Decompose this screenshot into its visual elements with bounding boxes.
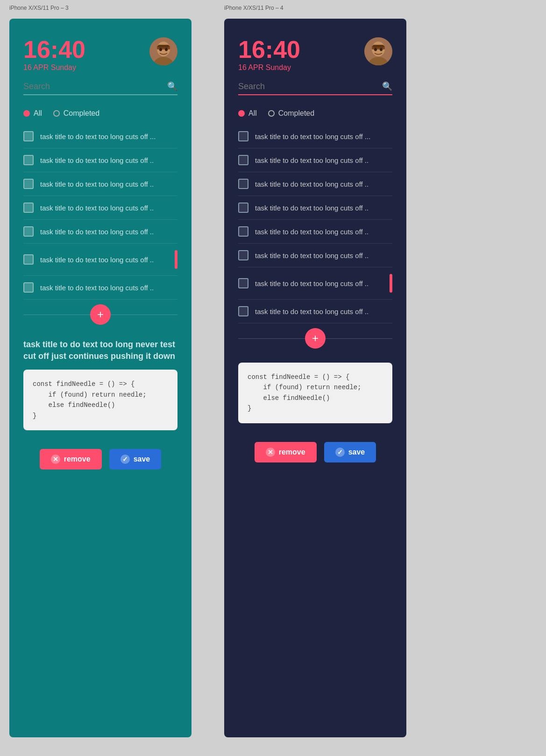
remove-button-right[interactable]: ✕ remove bbox=[255, 442, 317, 462]
device-label-right: iPhone X/XS/11 Pro – 4 bbox=[224, 5, 284, 11]
dot-completed-left bbox=[53, 110, 60, 117]
search-container-right: 🔍 bbox=[224, 81, 406, 105]
filter-tabs-right: All Completed bbox=[224, 105, 406, 125]
task-item-right-6[interactable]: task title to do text too long cuts off … bbox=[238, 267, 392, 300]
task-checkbox-right-5[interactable] bbox=[238, 250, 248, 260]
task-checkbox-left-5[interactable] bbox=[23, 254, 34, 265]
tab-all-right[interactable]: All bbox=[238, 109, 257, 118]
task-text-left-2: task title to do text too long cuts off … bbox=[40, 180, 177, 188]
remove-button-left[interactable]: ✕ remove bbox=[40, 449, 102, 469]
detail-title-left: task title to do text too long never tes… bbox=[23, 339, 177, 362]
task-item-left-4[interactable]: task title to do text too long cuts off … bbox=[23, 220, 177, 244]
task-checkbox-right-6[interactable] bbox=[238, 278, 248, 288]
task-item-right-5[interactable]: task title to do text too long cuts off … bbox=[238, 244, 392, 267]
time-right: 16:40 bbox=[238, 37, 300, 62]
task-item-left-2[interactable]: task title to do text too long cuts off … bbox=[23, 172, 177, 196]
task-item-right-2[interactable]: task title to do text too long cuts off … bbox=[238, 172, 392, 196]
save-button-right[interactable]: ✓ save bbox=[324, 442, 376, 462]
task-checkbox-right-1[interactable] bbox=[238, 155, 248, 165]
time-block-right: 16:40 16 APR Sunday bbox=[238, 37, 300, 72]
task-checkbox-left-0[interactable] bbox=[23, 131, 34, 141]
task-checkbox-right-2[interactable] bbox=[238, 179, 248, 189]
task-checkbox-right-0[interactable] bbox=[238, 131, 248, 141]
tab-all-left[interactable]: All bbox=[23, 109, 42, 118]
task-checkbox-right-4[interactable] bbox=[238, 226, 248, 237]
task-accent-bar-left bbox=[175, 250, 177, 269]
tab-completed-right[interactable]: Completed bbox=[268, 109, 314, 118]
detail-section-left: task title to do text too long never tes… bbox=[9, 329, 191, 449]
save-label-right: save bbox=[348, 448, 365, 456]
task-checkbox-left-4[interactable] bbox=[23, 226, 34, 237]
code-text-left: const findNeedle = () => { if (found) re… bbox=[33, 379, 168, 421]
task-text-right-6: task title to do text too long cuts off … bbox=[255, 280, 383, 287]
task-item-left-0[interactable]: task title to do text too long cuts off … bbox=[23, 125, 177, 148]
tab-completed-left[interactable]: Completed bbox=[53, 109, 99, 118]
screen-right: 16:40 16 APR Sunday 🔍 All bbox=[224, 19, 406, 737]
task-text-right-3: task title to do text too long cuts off … bbox=[255, 204, 392, 212]
save-button-left[interactable]: ✓ save bbox=[109, 449, 162, 469]
dot-completed-right bbox=[268, 110, 275, 117]
remove-label-left: remove bbox=[64, 455, 91, 463]
task-text-right-7: task title to do text too long cuts off … bbox=[255, 308, 392, 315]
task-item-left-3[interactable]: task title to do text too long cuts off … bbox=[23, 196, 177, 220]
task-checkbox-left-6[interactable] bbox=[23, 282, 34, 293]
task-item-right-4[interactable]: task title to do text too long cuts off … bbox=[238, 220, 392, 244]
task-text-left-1: task title to do text too long cuts off … bbox=[40, 156, 177, 164]
svg-point-12 bbox=[380, 48, 383, 51]
remove-label-right: remove bbox=[279, 448, 305, 456]
task-checkbox-right-7[interactable] bbox=[238, 306, 248, 316]
task-item-right-0[interactable]: task title to do text too long cuts off … bbox=[238, 125, 392, 148]
task-item-right-1[interactable]: task title to do text too long cuts off … bbox=[238, 148, 392, 172]
search-input-left[interactable] bbox=[23, 82, 167, 91]
tab-completed-label-left: Completed bbox=[64, 109, 99, 118]
tab-all-label-right: All bbox=[248, 109, 257, 118]
avatar-left bbox=[149, 37, 177, 65]
search-input-right[interactable] bbox=[238, 82, 382, 91]
task-text-left-6: task title to do text too long cuts off … bbox=[40, 284, 177, 292]
task-text-right-1: task title to do text too long cuts off … bbox=[255, 156, 392, 164]
task-text-left-5: task title to do text too long cuts off … bbox=[40, 256, 168, 264]
search-wrapper-left: 🔍 bbox=[23, 81, 177, 95]
search-icon-right: 🔍 bbox=[382, 81, 392, 91]
search-container-left: 🔍 bbox=[9, 81, 191, 105]
divider-right: + bbox=[238, 328, 392, 349]
task-text-left-4: task title to do text too long cuts off … bbox=[40, 228, 177, 236]
task-text-right-4: task title to do text too long cuts off … bbox=[255, 228, 392, 236]
task-item-right-3[interactable]: task title to do text too long cuts off … bbox=[238, 196, 392, 220]
task-checkbox-right-3[interactable] bbox=[238, 203, 248, 213]
divider-left: + bbox=[23, 304, 177, 325]
task-checkbox-left-2[interactable] bbox=[23, 179, 34, 189]
dot-all-right bbox=[238, 110, 245, 117]
save-icon-left: ✓ bbox=[121, 455, 130, 464]
detail-section-right: const findNeedle = () => { if (found) re… bbox=[224, 353, 406, 442]
date-right: 16 APR Sunday bbox=[238, 63, 300, 72]
add-task-button-right[interactable]: + bbox=[305, 328, 326, 349]
header-right: 16:40 16 APR Sunday bbox=[224, 19, 406, 81]
task-text-left-0: task title to do text too long cuts off … bbox=[40, 133, 177, 140]
avatar-right bbox=[364, 37, 392, 65]
date-left: 16 APR Sunday bbox=[23, 63, 85, 72]
task-text-left-3: task title to do text too long cuts off … bbox=[40, 204, 177, 212]
task-item-left-1[interactable]: task title to do text too long cuts off … bbox=[23, 148, 177, 172]
screen-left: 16:40 16 APR Sunday 🔍 All bbox=[9, 19, 191, 737]
add-task-button-left[interactable]: + bbox=[90, 304, 111, 325]
task-item-left-5[interactable]: task title to do text too long cuts off … bbox=[23, 244, 177, 276]
task-list-left: task title to do text too long cuts off … bbox=[9, 125, 191, 300]
device-label-left: iPhone X/XS/11 Pro – 3 bbox=[9, 5, 69, 11]
task-checkbox-left-3[interactable] bbox=[23, 203, 34, 213]
task-item-left-6[interactable]: task title to do text too long cuts off … bbox=[23, 276, 177, 300]
task-accent-bar-right bbox=[390, 274, 392, 293]
action-buttons-right: ✕ remove ✓ save bbox=[224, 442, 406, 476]
action-buttons-left: ✕ remove ✓ save bbox=[9, 449, 191, 483]
task-text-right-0: task title to do text too long cuts off … bbox=[255, 133, 392, 140]
task-checkbox-left-1[interactable] bbox=[23, 155, 34, 165]
svg-point-4 bbox=[159, 48, 162, 51]
svg-rect-13 bbox=[373, 45, 384, 48]
tab-completed-label-right: Completed bbox=[278, 109, 314, 118]
task-item-right-7[interactable]: task title to do text too long cuts off … bbox=[238, 300, 392, 323]
task-list-right: task title to do text too long cuts off … bbox=[224, 125, 406, 323]
task-text-right-2: task title to do text too long cuts off … bbox=[255, 180, 392, 188]
filter-tabs-left: All Completed bbox=[9, 105, 191, 125]
dot-all-left bbox=[23, 110, 30, 117]
remove-icon-right: ✕ bbox=[266, 448, 275, 457]
